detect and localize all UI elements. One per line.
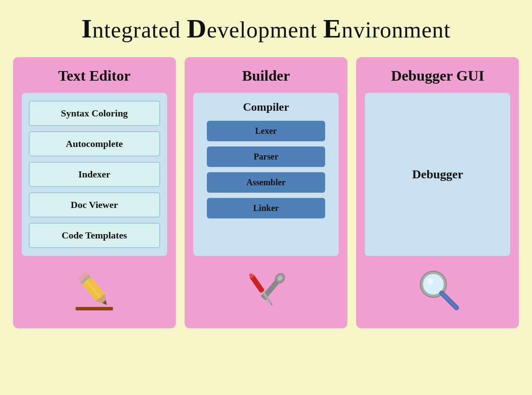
- parser-item: Parser: [207, 146, 325, 167]
- code-templates-item: Code Templates: [29, 223, 160, 248]
- text-editor-column: Text Editor Syntax Coloring Autocomplete…: [13, 57, 176, 328]
- columns-container: Text Editor Syntax Coloring Autocomplete…: [13, 57, 519, 328]
- svg-rect-6: [76, 307, 113, 310]
- assembler-item: Assembler: [207, 172, 325, 193]
- magnifier-icon: [414, 266, 462, 314]
- indexer-item: Indexer: [29, 162, 160, 187]
- debugger-inner-box: Debugger: [365, 93, 510, 256]
- doc-viewer-item: Doc Viewer: [29, 192, 160, 218]
- compiler-label: Compiler: [243, 101, 289, 114]
- debugger-gui-title: Debugger GUI: [391, 68, 484, 84]
- page-title: Integrated Development Environment: [81, 13, 450, 44]
- pencil-icon: [70, 266, 118, 314]
- tools-icon: [240, 266, 292, 314]
- autocomplete-item: Autocomplete: [29, 131, 160, 157]
- svg-point-17: [427, 278, 433, 284]
- text-editor-inner-box: Syntax Coloring Autocomplete Indexer Doc…: [22, 93, 167, 256]
- debugger-gui-column: Debugger GUI Debugger: [356, 57, 519, 328]
- text-editor-title: Text Editor: [58, 68, 130, 84]
- debugger-label: Debugger: [412, 167, 463, 181]
- lexer-item: Lexer: [207, 121, 325, 141]
- tools-icon-area: [240, 264, 292, 316]
- magnifier-icon-area: [414, 264, 462, 316]
- linker-item: Linker: [207, 198, 325, 218]
- svg-line-19: [442, 293, 456, 308]
- syntax-coloring-item: Syntax Coloring: [29, 101, 160, 126]
- builder-column: Builder Compiler Lexer Parser Assembler …: [185, 57, 347, 328]
- builder-title: Builder: [242, 68, 290, 84]
- builder-inner-box: Compiler Lexer Parser Assembler Linker: [193, 93, 339, 256]
- pencil-icon-area: [70, 264, 118, 316]
